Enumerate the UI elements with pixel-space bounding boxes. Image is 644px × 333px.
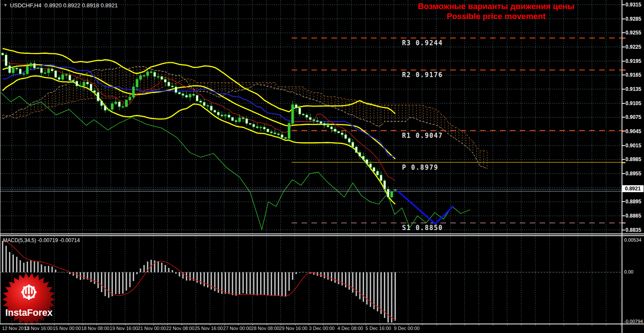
time-tick-mark	[394, 324, 394, 325]
main-price-chart[interactable]: R3 0.9244R2 0.9176R1 0.9047P 0.8979S1 0.…	[0, 0, 622, 235]
price-projection-line	[398, 191, 453, 224]
price-tick-mark	[622, 201, 625, 202]
time-tick-mark	[592, 324, 592, 325]
chart-title-ohlc: USDCHF,H4 0.8920 0.8922 0.8918 0.8921	[10, 2, 118, 9]
pivot-axis-tick-R1	[622, 130, 625, 131]
time-tick-mark	[521, 324, 521, 325]
macd-axis-label: 0.00534	[624, 237, 641, 243]
price-tick-label: 0.9285	[625, 16, 641, 22]
time-tick-mark	[437, 324, 437, 325]
time-tick-mark	[154, 324, 154, 325]
left-border	[0, 0, 0, 324]
time-tick-mark	[352, 324, 352, 325]
price-tick-label: 0.9075	[625, 114, 641, 120]
time-tick-mark	[337, 324, 338, 325]
pivot-label-S1: S1 0.8850	[402, 224, 443, 232]
time-tick-mark	[40, 324, 41, 325]
time-tick-mark	[97, 324, 97, 325]
time-tick-mark	[210, 324, 210, 325]
green-indicator-line	[1, 93, 470, 230]
time-tick-mark	[550, 324, 550, 325]
symbol-dropdown-icon[interactable]: ▼	[3, 3, 7, 7]
time-tick-mark	[267, 324, 267, 325]
price-tick-mark	[622, 89, 625, 90]
price-tick-mark	[622, 47, 625, 47]
time-tick-mark	[83, 324, 83, 325]
price-tick-mark	[622, 117, 625, 118]
price-tick-label: 0.9225	[625, 44, 641, 50]
macd-axis-label: -0.00794	[624, 319, 643, 324]
annotation-line-en: Possible price movement	[410, 11, 582, 21]
price-tick-label: 0.9135	[625, 86, 641, 92]
price-tick-mark	[622, 75, 625, 75]
time-tick-mark	[26, 324, 26, 325]
logo-text: InstaForex	[5, 307, 53, 318]
macd-axis-label: 0.00	[624, 269, 633, 274]
time-tick-mark	[125, 324, 126, 325]
price-tick-mark	[622, 215, 625, 216]
price-tick-mark	[622, 19, 625, 19]
time-tick-mark	[196, 324, 196, 325]
panel-separator[interactable]	[0, 233, 644, 236]
instaforex-logo: InstaForex	[1, 271, 57, 327]
annotation-line-ru: Возможные варианты движения цены	[410, 1, 582, 11]
time-tick-mark	[182, 324, 182, 325]
price-tick-mark	[622, 173, 625, 174]
price-tick-label: 0.8865	[625, 213, 641, 219]
chart-header: ▼USDCHF,H4 0.8920 0.8922 0.8918 0.8921	[3, 2, 118, 9]
price-tick-mark	[622, 103, 625, 104]
time-tick-mark	[422, 324, 423, 325]
pivot-axis-tick-S1	[622, 222, 625, 224]
price-tick-mark	[622, 4, 625, 5]
price-tick-label: 0.8835	[625, 227, 641, 233]
time-tick-mark	[252, 324, 253, 325]
time-axis-label: 9 Dec 00:00	[386, 326, 427, 331]
time-tick-mark	[139, 324, 140, 325]
time-tick-mark	[167, 324, 168, 325]
macd-indicator-panel[interactable]	[0, 236, 622, 324]
pivot-label-P: P 0.8979	[402, 164, 438, 171]
pivot-label-R1: R1 0.9047	[402, 132, 443, 140]
pivot-axis-tick-R2	[622, 69, 625, 71]
time-tick-mark	[450, 324, 451, 325]
time-tick-mark	[564, 324, 564, 325]
time-tick-mark	[309, 324, 309, 325]
time-tick-mark	[606, 324, 606, 325]
time-tick-mark	[69, 324, 69, 325]
price-tick-mark	[622, 230, 625, 230]
pivot-label-R3: R3 0.9244	[402, 39, 443, 47]
price-tick-label: 0.9045	[625, 128, 641, 134]
price-tick-label: 0.8895	[625, 199, 641, 205]
price-tick-label: 0.9015	[625, 143, 641, 149]
time-tick-mark	[12, 324, 13, 325]
time-tick-mark	[408, 324, 408, 325]
time-tick-mark	[323, 324, 324, 325]
price-tick-mark	[622, 159, 625, 160]
price-tick-mark	[622, 61, 625, 62]
time-tick-mark	[380, 324, 380, 325]
pivot-axis-tick-R3	[622, 37, 625, 39]
macd-values-label: MACD(5,34,5) -0.00719 -0.00714	[3, 237, 80, 243]
price-tick-label: 0.9315	[625, 2, 641, 8]
price-tick-label: 0.9105	[625, 100, 641, 106]
time-tick-mark	[578, 324, 578, 325]
price-tick-label: 0.8955	[625, 171, 641, 177]
time-tick-mark	[366, 324, 366, 325]
time-tick-mark	[535, 324, 536, 325]
price-tick-label: 0.8985	[625, 156, 641, 162]
macd-signal-line	[3, 240, 395, 320]
time-tick-mark	[493, 324, 493, 325]
price-tick-mark	[622, 145, 625, 146]
mt4-chart-window: R3 0.9244R2 0.9176R1 0.9047P 0.8979S1 0.…	[0, 0, 644, 333]
time-tick-mark	[465, 324, 465, 325]
time-tick-mark	[620, 324, 621, 325]
time-tick-mark	[238, 324, 239, 325]
time-tick-mark	[224, 324, 225, 325]
price-axis-border	[622, 0, 622, 333]
current-price-badge: 0.8921	[622, 185, 644, 192]
pivot-label-R2: R2 0.9176	[402, 71, 443, 79]
price-tick-label: 0.9255	[625, 30, 641, 36]
price-tick-label: 0.9165	[625, 72, 641, 78]
time-tick-mark	[281, 324, 281, 325]
pivot-axis-tick-P	[622, 162, 625, 163]
